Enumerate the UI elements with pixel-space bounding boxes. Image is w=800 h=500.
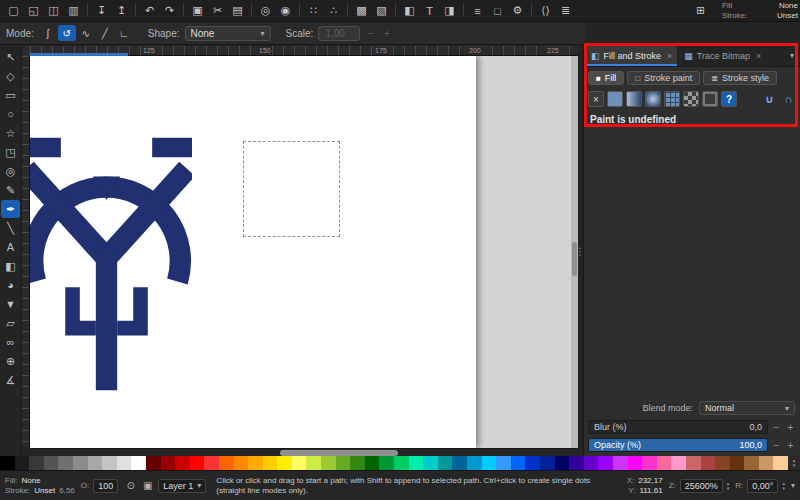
palette-swatch[interactable] xyxy=(161,456,176,470)
canvas-page[interactable] xyxy=(30,56,476,448)
palette-swatch[interactable] xyxy=(146,456,161,470)
palette-swatch[interactable] xyxy=(379,456,394,470)
paste-icon[interactable]: ▤ xyxy=(228,2,247,19)
palette-swatch[interactable] xyxy=(525,456,540,470)
palette-swatch[interactable] xyxy=(204,456,219,470)
tool-selector[interactable]: ↖ xyxy=(1,48,20,66)
new-document-icon[interactable]: ▢ xyxy=(4,2,23,19)
tool-star[interactable]: ☆ xyxy=(1,124,20,142)
palette-swatch[interactable] xyxy=(613,456,628,470)
zoom-spinner[interactable]: ▴ ▾ xyxy=(727,481,730,491)
duplicate-icon[interactable]: ∷ xyxy=(304,2,323,19)
spin-down-icon[interactable]: ▾ xyxy=(727,486,730,491)
palette-swatch[interactable] xyxy=(671,456,686,470)
snap-toggle-icon[interactable]: ⊞ xyxy=(691,2,710,19)
scale-plus-button[interactable]: + xyxy=(381,28,392,39)
preferences-icon[interactable]: ⚙ xyxy=(508,2,527,19)
zoom-field[interactable]: 25600% xyxy=(680,479,723,493)
paint-no-paint-button[interactable]: × xyxy=(588,91,604,107)
paint-unknown-button[interactable]: ? xyxy=(721,91,737,107)
palette-swatch[interactable] xyxy=(117,456,132,470)
opacity-slider[interactable]: Opacity (%) 100,0 xyxy=(588,438,768,452)
layer-selector[interactable]: Layer 1 ▾ xyxy=(158,479,206,493)
blur-plus-button[interactable]: + xyxy=(785,422,796,433)
fill-rule-nonzero-button[interactable]: ∩ xyxy=(781,92,796,107)
tool-gradient[interactable]: ◧ xyxy=(1,257,20,275)
tool-measure[interactable]: ∡ xyxy=(1,371,20,389)
horizontal-ruler[interactable]: 125150175200225 xyxy=(30,46,578,56)
tool-node-editor[interactable]: ◇ xyxy=(1,67,20,85)
palette-swatch[interactable] xyxy=(350,456,365,470)
opacity-plus-button[interactable]: + xyxy=(785,440,796,451)
export-icon[interactable]: ↥ xyxy=(112,2,131,19)
palette-swatch[interactable] xyxy=(482,456,497,470)
mode-straight-lines-button[interactable]: ╱ xyxy=(96,25,114,41)
palette-swatch[interactable] xyxy=(131,456,146,470)
tab-trace-bitmap-close-icon[interactable]: × xyxy=(756,51,761,61)
palette-swatch[interactable] xyxy=(744,456,759,470)
palette-swatch[interactable] xyxy=(336,456,351,470)
palette-swatch[interactable] xyxy=(365,456,380,470)
palette-swatch[interactable] xyxy=(701,456,716,470)
object-opacity-field[interactable]: 100 xyxy=(93,479,118,493)
dock-menu-chevron-icon[interactable]: ▾ xyxy=(786,51,798,60)
ungroup-icon[interactable]: ▧ xyxy=(372,2,391,19)
paint-pattern-button[interactable] xyxy=(683,91,699,107)
palette-swatch[interactable] xyxy=(88,456,103,470)
palette-swatch[interactable] xyxy=(452,456,467,470)
spin-down-icon[interactable]: ▾ xyxy=(782,486,785,491)
palette-swatch[interactable] xyxy=(292,456,307,470)
opacity-minus-button[interactable]: − xyxy=(771,440,782,451)
palette-swatch[interactable] xyxy=(628,456,643,470)
fill-stroke-dialog-icon[interactable]: ◧ xyxy=(400,2,419,19)
palette-swatch[interactable] xyxy=(263,456,278,470)
tool-zoom[interactable]: ⊕ xyxy=(1,352,20,370)
palette-swatch[interactable] xyxy=(467,456,482,470)
vertical-ruler[interactable] xyxy=(22,56,30,448)
mode-spiro-button[interactable]: ↺ xyxy=(58,25,76,41)
zoom-page-icon[interactable]: ◎ xyxy=(256,2,275,19)
tab-trace-bitmap[interactable]: ▦Trace Bitmap× xyxy=(679,46,766,66)
tool-paint-bucket[interactable]: ▼ xyxy=(1,295,20,313)
palette-swatch[interactable] xyxy=(438,456,453,470)
tool-rectangle[interactable]: ▭ xyxy=(1,86,20,104)
palette-swatch[interactable] xyxy=(219,456,234,470)
palette-swatch[interactable] xyxy=(102,456,117,470)
palette-swatch[interactable] xyxy=(15,456,30,470)
palette-swatch[interactable] xyxy=(423,456,438,470)
layer-visibility-icon[interactable]: ⊙ xyxy=(124,479,137,492)
subtab-stroke-style[interactable]: ≣Stroke style xyxy=(703,71,777,85)
panel-splitter[interactable]: ⋮ xyxy=(577,238,583,264)
print-icon[interactable]: ▥ xyxy=(64,2,83,19)
palette-scroll[interactable]: ▴ ▾ xyxy=(788,456,800,470)
palette-swatch[interactable] xyxy=(175,456,190,470)
tool-connector[interactable]: ∞ xyxy=(1,333,20,351)
paint-linear-gradient-button[interactable] xyxy=(626,91,642,107)
logo-drawing[interactable] xyxy=(30,82,192,447)
rotation-field[interactable]: 0,00° xyxy=(747,479,778,493)
undo-icon[interactable]: ↶ xyxy=(140,2,159,19)
palette-swatch[interactable] xyxy=(584,456,599,470)
document-properties-icon[interactable]: □ xyxy=(488,2,507,19)
tool-3dbox[interactable]: ◳ xyxy=(1,143,20,161)
palette-swatch[interactable] xyxy=(686,456,701,470)
palette-swatch[interactable] xyxy=(598,456,613,470)
subtab-fill[interactable]: ■Fill xyxy=(588,71,624,85)
paint-flat-color-button[interactable] xyxy=(607,91,623,107)
fill-rule-evenodd-button[interactable]: ∪ xyxy=(762,92,777,107)
palette-swatch[interactable] xyxy=(569,456,584,470)
tool-pen[interactable]: ✒ xyxy=(1,200,20,218)
palette-swatch[interactable] xyxy=(759,456,774,470)
blur-slider[interactable]: Blur (%) 0,0 xyxy=(588,420,768,434)
mode-paraxial-button[interactable]: ∟ xyxy=(115,25,133,41)
save-icon[interactable]: ◫ xyxy=(44,2,63,19)
paint-radial-gradient-button[interactable] xyxy=(645,91,661,107)
tool-text[interactable]: A xyxy=(1,238,20,256)
palette-swatch[interactable] xyxy=(657,456,672,470)
palette-swatch[interactable] xyxy=(277,456,292,470)
blur-minus-button[interactable]: − xyxy=(771,422,782,433)
text-dialog-icon[interactable]: T xyxy=(420,2,439,19)
palette-swatch[interactable] xyxy=(409,456,424,470)
palette-swatch[interactable] xyxy=(190,456,205,470)
clone-icon[interactable]: ∴ xyxy=(324,2,343,19)
